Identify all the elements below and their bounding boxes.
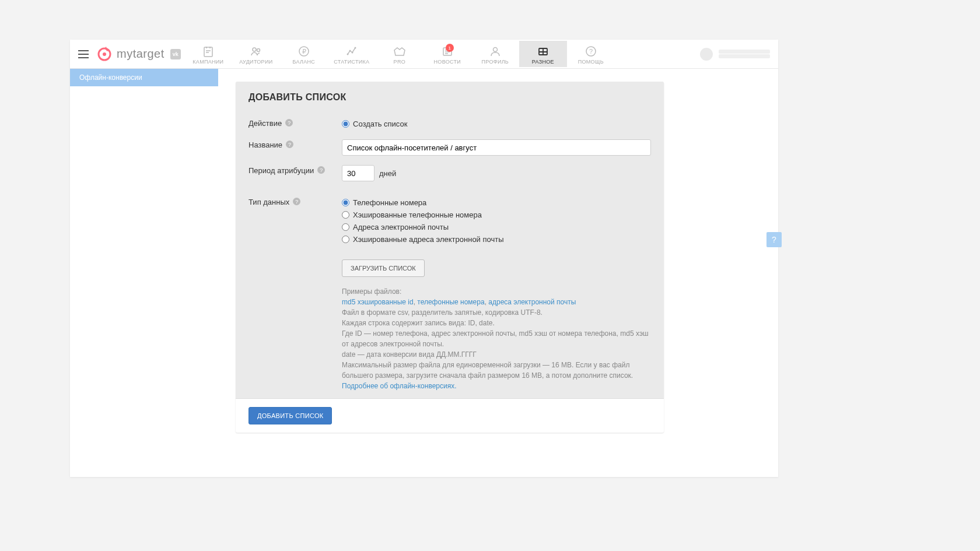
help-name-icon[interactable]: ? [286,141,293,148]
hint-line2: Каждая строка содержит запись вида: ID, … [342,318,651,328]
help-attribution-icon[interactable]: ? [317,166,325,174]
svg-point-4 [257,49,260,52]
svg-point-12 [493,48,497,52]
add-list-panel: ДОБАВИТЬ СПИСОК Действие? Создать список… [236,82,664,433]
misc-icon [522,45,565,58]
avatar [700,48,713,61]
audiences-icon [235,45,278,58]
panel-footer: ДОБАВИТЬ СПИСОК [236,398,664,433]
hint-block: Примеры файлов: md5 хэшированные id, тел… [342,286,651,391]
svg-point-3 [253,48,256,51]
nav-profile[interactable]: ПРОФИЛЬ [471,41,519,67]
label-datatype: Тип данных [249,198,289,206]
hint-line4: date — дата конверсии вида ДД.ММ.ГГГГ [342,349,651,360]
nav-statistics[interactable]: СТАТИСТИКА [328,41,376,67]
svg-point-10 [354,47,356,49]
label-attribution: Период атрибуции [249,166,314,175]
link-email[interactable]: адреса электронной почты [488,298,576,306]
nav-balance[interactable]: ₽ БАЛАНС [280,41,328,67]
radio-email[interactable]: Адреса электронной почты [342,221,651,233]
form: Действие? Создать список Название? Перио… [236,108,664,398]
label-name: Название [249,141,282,149]
floating-help-button[interactable]: ? [766,232,782,247]
content-area: ДОБАВИТЬ СПИСОК Действие? Создать список… [218,69,778,477]
vk-badge-icon: vk [170,49,181,59]
label-action: Действие [249,119,282,128]
svg-rect-2 [204,47,212,57]
hint-examples: Примеры файлов: [342,286,651,297]
app-window: mytarget vk КАМПАНИИ АУДИТОРИИ ₽ БАЛАНС … [70,40,778,477]
attribution-unit: дней [379,169,396,178]
hint-line3: Где ID — номер телефона, адрес электронн… [342,328,651,349]
hint-line5: Максимальный размер файла для единовреме… [342,360,651,381]
nav-news[interactable]: 1 НОВОСТИ [424,41,471,67]
statistics-icon [330,45,373,58]
campaigns-icon [187,45,230,58]
sidenav: Офлайн-конверсии [70,69,218,477]
topbar: mytarget vk КАМПАНИИ АУДИТОРИИ ₽ БАЛАНС … [70,40,778,69]
svg-point-8 [349,50,351,52]
svg-point-7 [346,54,348,55]
balance-icon: ₽ [282,45,326,58]
link-phone[interactable]: телефонные номера [417,298,484,306]
news-badge: 1 [446,44,454,52]
menu-icon[interactable] [76,47,91,62]
svg-text:₽: ₽ [302,48,306,55]
row-attribution: Период атрибуции? дней [249,160,651,186]
nav-pro[interactable]: PRO [376,41,424,67]
svg-point-9 [351,52,353,54]
panel-header: ДОБАВИТЬ СПИСОК [236,82,664,108]
profile-icon [474,45,517,58]
logo-text: mytarget [117,47,164,61]
help-action-icon[interactable]: ? [285,119,293,127]
svg-point-1 [103,52,106,56]
row-datatype: Тип данных? Телефонные номера Хэшированн… [249,186,651,396]
main-body: Офлайн-конверсии ДОБАВИТЬ СПИСОК Действи… [70,69,778,477]
help-icon: ? [569,45,612,58]
row-name: Название? [249,135,651,160]
news-icon: 1 [426,45,469,58]
link-md5[interactable]: md5 хэшированные id [342,298,414,306]
link-more[interactable]: Подробнее об офлайн-конверсиях. [342,382,457,390]
help-datatype-icon[interactable]: ? [293,198,300,205]
hint-line1: Файл в формате csv, разделитель запятые,… [342,307,651,318]
radio-phone[interactable]: Телефонные номера [342,196,651,209]
radio-phone-hashed[interactable]: Хэшированные телефонные номера [342,209,651,221]
svg-text:?: ? [589,48,593,55]
radio-create-list[interactable]: Создать список [342,118,651,130]
row-action: Действие? Создать список [249,113,651,135]
nav-help[interactable]: ? ПОМОЩЬ [567,41,615,67]
nav-audiences[interactable]: АУДИТОРИИ [232,41,280,67]
profile-area[interactable] [700,48,778,61]
attribution-input[interactable] [342,165,374,181]
logo[interactable]: mytarget vk [96,45,181,63]
sidenav-item-offline-conversions[interactable]: Офлайн-конверсии [70,69,218,86]
radio-email-hashed[interactable]: Хэшированные адреса электронной почты [342,233,651,245]
main-nav: КАМПАНИИ АУДИТОРИИ ₽ БАЛАНС СТАТИСТИКА P… [184,41,700,67]
logo-mark-icon [96,45,113,63]
nav-campaigns[interactable]: КАМПАНИИ [184,41,232,67]
name-input[interactable] [342,139,651,156]
add-list-button[interactable]: ДОБАВИТЬ СПИСОК [249,407,332,424]
panel-title: ДОБАВИТЬ СПИСОК [249,92,651,103]
pro-icon [378,45,421,58]
upload-list-button[interactable]: ЗАГРУЗИТЬ СПИСОК [342,259,425,277]
profile-placeholder [719,49,770,59]
nav-misc[interactable]: РАЗНОЕ [519,41,567,67]
